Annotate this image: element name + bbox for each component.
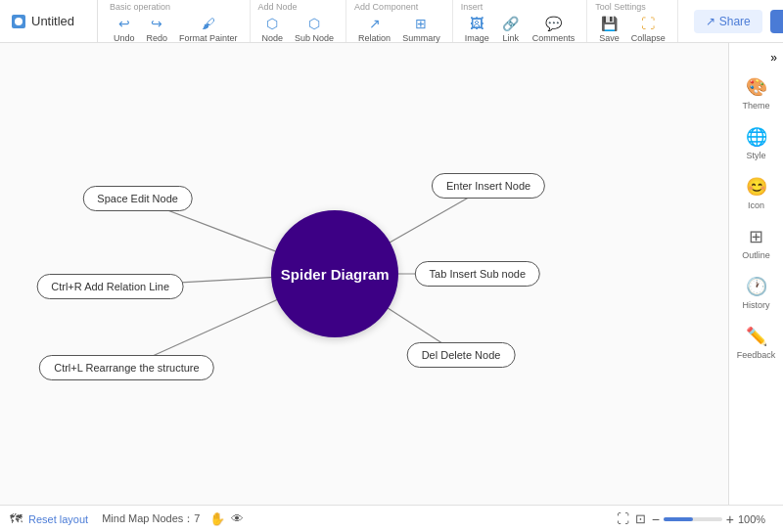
style-label: Style	[746, 151, 765, 160]
sidebar-item-icon[interactable]: 😊 Icon	[729, 168, 783, 218]
leaf-node-space-edit[interactable]: Space Edit Node	[82, 186, 193, 211]
save-icon: 💾	[600, 15, 618, 32]
image-label: Image	[465, 33, 489, 43]
relation-icon: ↗	[366, 15, 384, 32]
undo-icon: ↩	[115, 15, 133, 32]
leaf-label-tab-insert: Tab Insert Sub node	[430, 268, 526, 280]
collapse-chevron-icon: »	[770, 51, 777, 65]
center-node-label: Spider Diagram	[281, 266, 390, 283]
hand-icon[interactable]: ✋	[209, 511, 225, 526]
leaf-node-ctrl-l[interactable]: Ctrl+L Rearrange the structure	[39, 355, 213, 380]
relation-button[interactable]: ↗ Relation	[354, 13, 394, 45]
statusbar: 🗺 Reset layout Mind Map Nodes：7 ✋ 👁 ⛶ ⊡ …	[0, 505, 783, 532]
canvas[interactable]: Spider Diagram Space Edit Node Enter Ins…	[0, 43, 728, 505]
group-label-tool-settings: Tool Settings	[595, 2, 646, 12]
nodes-label: Mind Map Nodes：7	[102, 511, 200, 526]
comments-button[interactable]: 💬 Comments	[529, 13, 579, 45]
zoom-in-button[interactable]: +	[726, 511, 734, 527]
summary-button[interactable]: ⊞ Summary	[398, 13, 444, 45]
comments-label: Comments	[532, 33, 576, 43]
format-painter-icon: 🖌	[200, 15, 217, 32]
share-button[interactable]: ↗ Share	[694, 10, 762, 33]
redo-label: Redo	[147, 33, 168, 43]
leaf-node-ctrl-r[interactable]: Ctrl+R Add Relation Line	[36, 274, 184, 299]
sub-node-icon: ⬡	[305, 15, 323, 32]
node-button[interactable]: ⬡ Node	[258, 13, 288, 45]
group-items-add-node: ⬡ Node ⬡ Sub Node	[258, 13, 339, 45]
leaf-label-ctrl-r: Ctrl+R Add Relation Line	[51, 281, 169, 292]
header: Untitled Basic operation ↩ Undo ↪ Redo 🖌…	[0, 0, 783, 43]
toolbar: Basic operation ↩ Undo ↪ Redo 🖌 Format P…	[98, 0, 682, 42]
app-icon	[12, 15, 25, 28]
collapse-button[interactable]: ⛶ Collapse	[627, 13, 669, 45]
reset-layout-label[interactable]: Reset layout	[28, 513, 88, 525]
eye-icon[interactable]: 👁	[231, 511, 244, 526]
zoom-out-button[interactable]: −	[652, 511, 660, 527]
relation-label: Relation	[358, 33, 391, 43]
statusbar-left: 🗺 Reset layout Mind Map Nodes：7 ✋ 👁	[10, 511, 607, 526]
fit-icon[interactable]: ⊡	[635, 511, 646, 526]
fullscreen-icon[interactable]: ⛶	[617, 511, 629, 526]
svg-point-0	[15, 18, 23, 25]
toolbar-group-basic: Basic operation ↩ Undo ↪ Redo 🖌 Format P…	[102, 0, 251, 42]
zoom-bar	[664, 517, 722, 521]
layout-icon[interactable]: 🗺	[10, 511, 23, 526]
leaf-label-ctrl-l: Ctrl+L Rearrange the structure	[54, 362, 199, 374]
sidebar-item-history[interactable]: 🕐 History	[729, 268, 783, 318]
sidebar-item-theme[interactable]: 🎨 Theme	[729, 68, 783, 118]
history-label: History	[742, 300, 769, 310]
sidebar: » 🎨 Theme 🌐 Style 😊 Icon ⊞ Outline 🕐 His…	[728, 43, 783, 505]
main: Spider Diagram Space Edit Node Enter Ins…	[0, 43, 783, 505]
zoom-control: − + 100%	[652, 511, 773, 527]
group-label-add-component: Add Component	[354, 2, 418, 12]
redo-icon: ↪	[148, 15, 165, 32]
collapse-label: Collapse	[631, 33, 666, 43]
diagram: Spider Diagram Space Edit Node Enter Ins…	[61, 117, 609, 430]
link-label: Link	[502, 33, 519, 43]
node-icon: ⬡	[263, 15, 281, 32]
sidebar-collapse-button[interactable]: »	[729, 47, 783, 68]
format-painter-button[interactable]: 🖌 Format Painter	[175, 13, 242, 45]
leaf-node-tab-insert[interactable]: Tab Insert Sub node	[415, 261, 540, 287]
link-button[interactable]: 🔗 Link	[497, 13, 525, 45]
icon-icon: 😊	[746, 176, 767, 198]
style-icon: 🌐	[746, 126, 767, 148]
sub-node-button[interactable]: ⬡ Sub Node	[291, 13, 338, 45]
link-icon: 🔗	[502, 15, 520, 32]
sidebar-item-feedback[interactable]: ✏️ Feedback	[729, 318, 783, 368]
sidebar-item-outline[interactable]: ⊞ Outline	[729, 218, 783, 268]
redo-button[interactable]: ↪ Redo	[143, 13, 172, 45]
feedback-label: Feedback	[737, 350, 776, 360]
group-label-basic: Basic operation	[110, 2, 170, 12]
collapse-icon: ⛶	[639, 15, 657, 32]
leaf-label-del: Del Delete Node	[422, 349, 501, 361]
leaf-node-enter-insert[interactable]: Enter Insert Node	[432, 173, 545, 199]
sidebar-item-style[interactable]: 🌐 Style	[729, 118, 783, 168]
share-label: Share	[719, 15, 751, 28]
group-label-insert: Insert	[461, 2, 484, 12]
toolbar-group-tool-settings: Tool Settings 💾 Save ⛶ Collapse	[587, 0, 678, 42]
leaf-label-enter-insert: Enter Insert Node	[446, 180, 530, 192]
toolbar-group-add-node: Add Node ⬡ Node ⬡ Sub Node	[251, 0, 347, 42]
comments-icon: 💬	[544, 15, 562, 32]
theme-icon: 🎨	[746, 76, 767, 98]
header-actions: ↗ Share ⬆ Export	[682, 0, 783, 42]
export-button[interactable]: ⬆ Export	[770, 10, 783, 33]
format-painter-label: Format Painter	[179, 33, 238, 43]
undo-button[interactable]: ↩ Undo	[110, 13, 139, 45]
image-button[interactable]: 🖼 Image	[461, 13, 493, 45]
zoom-percent: 100%	[738, 513, 773, 525]
outline-icon: ⊞	[749, 226, 763, 247]
toolbar-group-insert: Insert 🖼 Image 🔗 Link 💬 Comments	[453, 0, 588, 42]
center-node[interactable]: Spider Diagram	[271, 210, 398, 337]
statusbar-right: ⛶ ⊡ − + 100%	[617, 511, 773, 527]
undo-label: Undo	[114, 33, 135, 43]
share-icon: ↗	[706, 15, 715, 28]
group-items-add-component: ↗ Relation ⊞ Summary	[354, 13, 444, 45]
leaf-node-del[interactable]: Del Delete Node	[407, 342, 516, 368]
image-icon: 🖼	[468, 15, 485, 32]
group-items-tool-settings: 💾 Save ⛶ Collapse	[595, 13, 669, 45]
group-items-basic: ↩ Undo ↪ Redo 🖌 Format Painter	[110, 13, 242, 45]
save-button[interactable]: 💾 Save	[595, 13, 623, 45]
toolbar-group-add-component: Add Component ↗ Relation ⊞ Summary	[346, 0, 453, 42]
